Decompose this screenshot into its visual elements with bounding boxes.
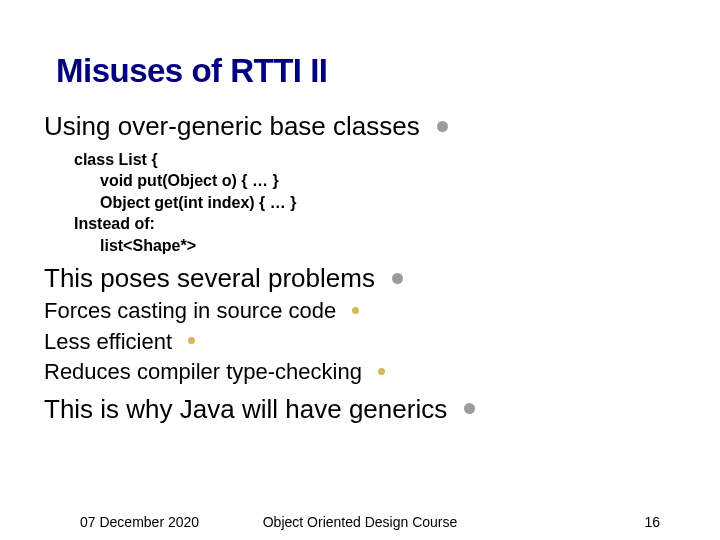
bullet-3-text: This is why Java will have generics xyxy=(44,394,447,424)
code-line: Object get(int index) { … } xyxy=(74,192,676,214)
bullet-1-text: Using over-generic base classes xyxy=(44,111,420,141)
subbullet-1-text: Forces casting in source code xyxy=(44,298,336,323)
footer-course: Object Oriented Design Course xyxy=(263,514,458,530)
slide-title: Misuses of RTTI II xyxy=(56,52,328,90)
subbullet-1: Forces casting in source code xyxy=(44,297,676,326)
code-line: Instead of: xyxy=(74,215,155,232)
footer-date: 07 December 2020 xyxy=(80,514,199,530)
bullet-icon xyxy=(464,403,475,414)
bullet-2-text: This poses several problems xyxy=(44,263,375,293)
subbullet-3: Reduces compiler type-checking xyxy=(44,358,676,387)
code-block: class List { void put(Object o) { … } Ob… xyxy=(74,149,676,257)
subbullet-3-text: Reduces compiler type-checking xyxy=(44,359,362,384)
bullet-icon xyxy=(378,368,385,375)
code-line: class List { xyxy=(74,151,158,168)
subbullet-2: Less efficient xyxy=(44,328,676,357)
bullet-icon xyxy=(392,273,403,284)
bullet-icon xyxy=(437,121,448,132)
bullet-2: This poses several problems xyxy=(44,262,676,295)
bullet-icon xyxy=(352,307,359,314)
slide-body: Using over-generic base classes class Li… xyxy=(44,108,676,425)
subbullet-2-text: Less efficient xyxy=(44,329,172,354)
slide: Misuses of RTTI II Using over-generic ba… xyxy=(0,0,720,540)
bullet-1: Using over-generic base classes xyxy=(44,110,676,143)
footer-page: 16 xyxy=(644,514,660,530)
bullet-icon xyxy=(188,337,195,344)
bullet-3: This is why Java will have generics xyxy=(44,393,676,426)
code-line: void put(Object o) { … } xyxy=(74,170,676,192)
code-line: list<Shape*> xyxy=(74,235,676,257)
